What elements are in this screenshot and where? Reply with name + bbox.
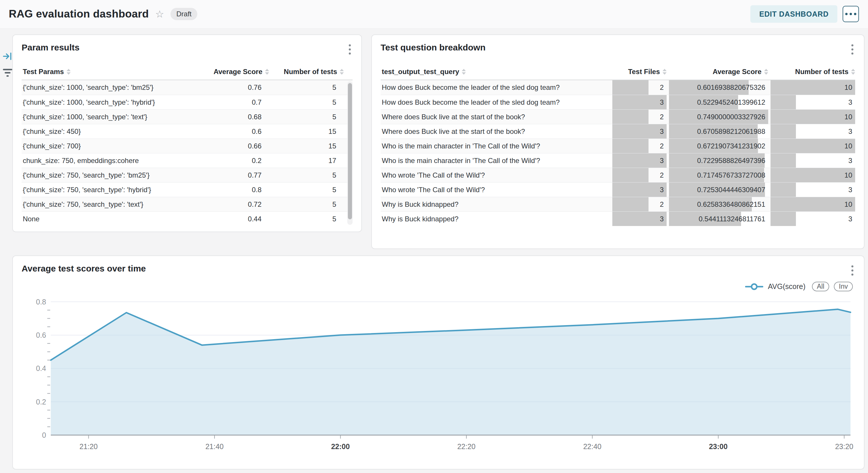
cell-value: 3 <box>612 98 666 106</box>
sort-icon <box>265 69 269 75</box>
table-row: Who wrote 'The Call of the Wild'?20.7174… <box>380 168 855 182</box>
table-row: {'chunk_size': 1000, 'search_type': 'tex… <box>22 109 352 124</box>
sort-icon <box>764 69 768 75</box>
table-row: Who is the main character in 'The Call o… <box>380 153 855 168</box>
panel-title: Average test scores over time <box>22 264 146 274</box>
cell-test-output-test-query: Who is the main character in 'The Call o… <box>380 154 610 168</box>
cell-test-params: {'chunk_size': 450} <box>22 124 207 138</box>
table-row: Where does Buck live at the start of the… <box>380 109 855 124</box>
filter-icon[interactable] <box>3 69 12 77</box>
table-row: Where does Buck live at the start of the… <box>380 124 855 138</box>
cell-test-files: 2 <box>612 139 666 153</box>
sort-icon <box>851 69 855 75</box>
column-header-label: Average Score <box>713 68 762 76</box>
cell-test-output-test-query: Who wrote 'The Call of the Wild'? <box>380 182 610 197</box>
app-header: RAG evaluation dashboard ☆ Draft EDIT DA… <box>0 0 868 28</box>
cell-value: 0.6705898212061988 <box>669 128 768 136</box>
cell-value: 10 <box>771 113 855 121</box>
left-rail <box>2 51 13 77</box>
column-header-number-of-tests[interactable]: Number of tests <box>272 68 344 76</box>
cell-average-score: 0.66 <box>209 139 269 153</box>
table-row: {'chunk_size': 700}0.6615 <box>22 138 352 153</box>
cell-number-of-tests: 5 <box>272 95 344 109</box>
cell-average-score: 0.72 <box>209 197 269 211</box>
cell-average-score: 0.5441113246811761 <box>669 212 768 226</box>
column-header-test-files[interactable]: Test Files <box>612 68 666 76</box>
table-row: {'chunk_size': 1000, 'search_type': 'hyb… <box>22 95 352 109</box>
cell-average-score: 0.44 <box>209 212 269 226</box>
star-icon[interactable]: ☆ <box>155 9 164 19</box>
cell-value: 0.6016938820675326 <box>669 83 768 92</box>
sort-icon <box>340 69 344 75</box>
collapse-panel-icon[interactable] <box>3 51 12 61</box>
svg-text:0.2: 0.2 <box>36 398 46 406</box>
cell-test-files: 3 <box>612 124 666 138</box>
cell-test-output-test-query: Where does Buck live at the start of the… <box>380 110 610 124</box>
cell-average-score: 0.5229452401399612 <box>669 95 768 109</box>
panel-test-question-breakdown: Test question breakdown test_output_test… <box>371 34 865 249</box>
cell-number-of-tests: 3 <box>771 154 855 168</box>
cell-average-score: 0.6258336480862151 <box>669 197 768 211</box>
column-header-label: Number of tests <box>795 68 848 76</box>
table-row: {'chunk_size': 750, 'search_type': 'bm25… <box>22 168 352 182</box>
column-header-average-score[interactable]: Average Score <box>669 68 768 76</box>
cell-number-of-tests: 10 <box>771 139 855 153</box>
cell-test-output-test-query: Where does Buck live at the start of the… <box>380 124 610 138</box>
cell-value: 3 <box>612 128 666 136</box>
cell-average-score: 0.76 <box>209 80 269 95</box>
cell-value: 3 <box>612 215 666 223</box>
svg-text:22:20: 22:20 <box>457 442 476 450</box>
cell-average-score: 0.8 <box>209 182 269 197</box>
column-header-test-params[interactable]: Test Params <box>22 68 207 76</box>
cell-average-score: 0.7 <box>209 95 269 109</box>
line-chart[interactable]: 00.20.40.60.821:2021:4022:0022:2022:4023… <box>22 289 856 466</box>
cell-test-output-test-query: How does Buck become the leader of the s… <box>380 80 610 95</box>
cell-number-of-tests: 5 <box>272 212 344 226</box>
cell-average-score: 0.77 <box>209 168 269 182</box>
cell-test-params: {'chunk_size': 1000, 'search_type': 'bm2… <box>22 80 207 95</box>
column-header-number-of-tests[interactable]: Number of tests <box>771 68 855 76</box>
cell-number-of-tests: 5 <box>272 110 344 124</box>
svg-text:22:40: 22:40 <box>583 442 601 450</box>
cell-test-output-test-query: Who wrote 'The Call of the Wild'? <box>380 168 610 182</box>
cell-average-score: 0.7174576733727008 <box>669 168 768 182</box>
kebab-menu-icon[interactable] <box>849 264 855 277</box>
cell-value: 0.6721907341231902 <box>669 142 768 150</box>
column-header-average-score[interactable]: Average Score <box>209 68 269 76</box>
column-header-test-output-test-query[interactable]: test_output_test_query <box>380 68 610 76</box>
table-row: {'chunk_size': 750, 'search_type': 'text… <box>22 197 352 211</box>
cell-test-files: 2 <box>612 168 666 182</box>
more-options-button[interactable] <box>843 6 859 22</box>
kebab-menu-icon[interactable] <box>347 42 352 56</box>
cell-value: 2 <box>612 200 666 208</box>
table-row: None0.445 <box>22 211 352 226</box>
cell-value: 0.5229452401399612 <box>669 98 768 106</box>
table-row: Why is Buck kidnapped?30.544111324681176… <box>380 211 855 226</box>
cell-average-score: 0.6705898212061988 <box>669 124 768 138</box>
cell-average-score: 0.2 <box>209 154 269 168</box>
cell-average-score: 0.6721907341231902 <box>669 139 768 153</box>
test-question-table: test_output_test_queryTest FilesAverage … <box>380 64 855 226</box>
svg-text:0.4: 0.4 <box>36 364 46 372</box>
param-results-table: Test ParamsAverage ScoreNumber of tests{… <box>22 64 352 226</box>
cell-value: 3 <box>771 157 855 165</box>
scrollbar-thumb[interactable] <box>348 83 352 219</box>
edit-dashboard-button[interactable]: EDIT DASHBOARD <box>750 5 837 23</box>
cell-average-score: 0.6016938820675326 <box>669 80 768 95</box>
cell-average-score: 0.6 <box>209 124 269 138</box>
cell-number-of-tests: 10 <box>771 80 855 95</box>
table-body: How does Buck become the leader of the s… <box>380 80 855 226</box>
chart-canvas: 00.20.40.60.821:2021:4022:0022:2022:4023… <box>22 289 856 466</box>
cell-test-files: 2 <box>612 197 666 211</box>
cell-number-of-tests: 5 <box>272 80 344 95</box>
cell-average-score: 0.68 <box>209 110 269 124</box>
cell-number-of-tests: 15 <box>272 139 344 153</box>
cell-value: 2 <box>612 113 666 121</box>
panel-title: Test question breakdown <box>380 42 486 53</box>
cell-value: 0.6258336480862151 <box>669 200 768 208</box>
kebab-menu-icon[interactable] <box>849 42 855 56</box>
cell-number-of-tests: 5 <box>272 197 344 211</box>
table-scrollbar[interactable] <box>347 81 352 225</box>
cell-test-files: 3 <box>612 212 666 226</box>
cell-value: 3 <box>771 186 855 194</box>
